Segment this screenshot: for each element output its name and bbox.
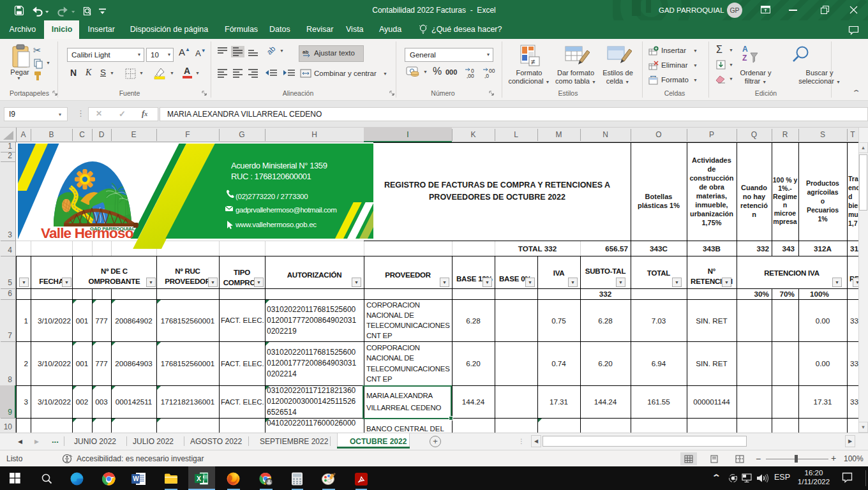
svg-text:www.vallehermoso.gob.ec: www.vallehermoso.gob.ec — [235, 221, 317, 228]
svg-text:GAD PARROQUIAL: GAD PARROQUIAL — [90, 226, 135, 232]
svg-text:A: A — [742, 45, 748, 54]
svg-text:ab: ab — [303, 49, 308, 55]
svg-text:X: X — [197, 475, 201, 482]
svg-text:(02)2773220 / 2773300: (02)2773220 / 2773300 — [236, 193, 308, 200]
svg-text:,0: ,0 — [484, 73, 489, 78]
svg-text:≠: ≠ — [531, 57, 535, 66]
svg-text:,00: ,00 — [467, 73, 474, 78]
svg-text:Z: Z — [742, 54, 747, 63]
svg-text:W: W — [133, 475, 139, 482]
svg-text:RUC : 1768120600001: RUC : 1768120600001 — [231, 172, 311, 181]
svg-text:gadprvallehermoso@hotmail.com: gadprvallehermoso@hotmail.com — [236, 206, 336, 214]
svg-text:00: 00 — [489, 68, 495, 74]
svg-text:Acuerdo Ministerial N° 1359: Acuerdo Ministerial N° 1359 — [231, 161, 327, 170]
